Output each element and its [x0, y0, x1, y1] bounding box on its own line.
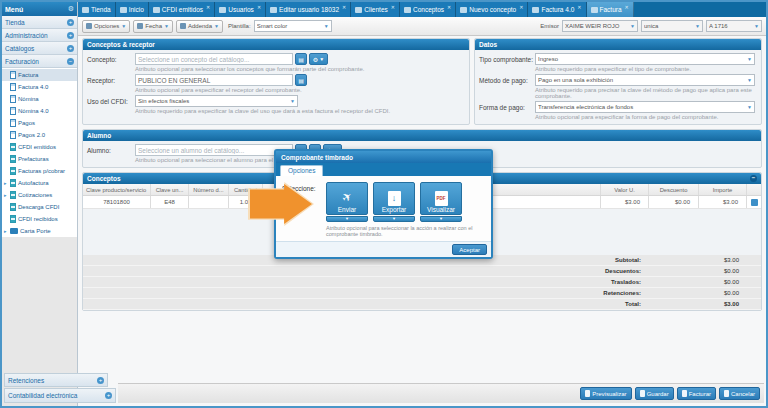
- row-edit-icon[interactable]: [751, 199, 758, 206]
- tab[interactable]: Clientes ✕: [351, 2, 400, 17]
- tab[interactable]: Factura 4.0 ✕: [528, 2, 586, 17]
- button-icon: [640, 390, 645, 397]
- gear-icon[interactable]: ⚙: [68, 5, 74, 13]
- catalog-button[interactable]: ▤: [295, 53, 307, 65]
- emisor-select[interactable]: XAIME WEIR ROJO ▼: [562, 20, 638, 32]
- tab[interactable]: Usuarios ✕: [215, 2, 266, 17]
- metodo-pago-select[interactable]: Pago en una sola exhibición ▼: [535, 74, 755, 86]
- chevron-down-icon: ▼: [747, 56, 752, 62]
- tipo-comprobante-select[interactable]: Ingreso ▼: [535, 53, 755, 65]
- sidebar-section-retenciones[interactable]: Retenciones +: [4, 373, 108, 387]
- close-icon[interactable]: ✕: [206, 2, 210, 10]
- expand-collapse-icon[interactable]: +: [67, 32, 74, 39]
- emisor-select[interactable]: A 1716 ▼: [706, 20, 762, 32]
- document-icon: [10, 167, 16, 175]
- sidebar-item[interactable]: ▸ Facturas p/cobrar: [2, 165, 77, 177]
- receptor-catalog-button[interactable]: ▤: [295, 74, 307, 86]
- chevron-right-icon[interactable]: ▸: [4, 228, 8, 234]
- expand-collapse-icon[interactable]: −: [67, 58, 74, 65]
- total-value: $0.00: [641, 290, 761, 296]
- tab[interactable]: Tienda ✕: [78, 2, 116, 17]
- close-icon[interactable]: ✕: [391, 2, 395, 10]
- sidebar-item[interactable]: ▸ Autofactura: [2, 177, 77, 189]
- sidebar-section[interactable]: Administración +: [2, 29, 77, 42]
- action-dropdown-toggle[interactable]: ▼: [420, 216, 462, 222]
- sidebar-item[interactable]: ▸ Factura: [2, 69, 77, 81]
- expand-collapse-icon[interactable]: +: [97, 377, 104, 384]
- sidebar-item[interactable]: ▸ Descarga CFDI: [2, 201, 77, 213]
- collapse-section-icon[interactable]: −: [750, 175, 757, 182]
- emisor-select[interactable]: unica ▼: [641, 20, 703, 32]
- action-button[interactable]: Visualizar: [420, 182, 462, 215]
- concepto-options-button[interactable]: ⚙▼: [309, 53, 328, 65]
- chevron-down-icon: ▼: [754, 23, 759, 29]
- footer-button[interactable]: Previsualizar: [580, 387, 631, 400]
- concepto-input[interactable]: [135, 53, 293, 65]
- chevron-right-icon[interactable]: ▸: [4, 192, 8, 198]
- tab[interactable]: Editar usuario 18032 ✕: [266, 2, 351, 17]
- cell-valor-unitario: $3.00: [601, 196, 649, 208]
- plantilla-label: Plantilla:: [228, 23, 251, 29]
- uso-cfdi-select[interactable]: Sin efectos fiscales ▼: [135, 95, 298, 107]
- action-button[interactable]: Enviar: [326, 182, 368, 215]
- toolbar-dropdown-button[interactable]: Fecha ▼: [133, 20, 173, 33]
- expand-collapse-icon[interactable]: +: [67, 45, 74, 52]
- sidebar-section[interactable]: Tienda +: [2, 16, 77, 29]
- total-value: $3.00: [641, 257, 761, 263]
- footer-button[interactable]: Guardar: [635, 387, 674, 400]
- tab[interactable]: Factura ✕: [587, 2, 634, 17]
- sidebar-item[interactable]: ▸ Prefacturas: [2, 153, 77, 165]
- close-icon[interactable]: ✕: [625, 2, 629, 10]
- sidebar-section-contabilidad[interactable]: Contabilidad electrónica +: [4, 388, 116, 403]
- close-icon[interactable]: ✕: [342, 2, 346, 10]
- tab[interactable]: Conceptos ✕: [400, 2, 456, 17]
- sidebar-item[interactable]: ▸ Pagos: [2, 117, 77, 129]
- sidebar-section[interactable]: Catálogos +: [2, 42, 77, 55]
- document-icon: [10, 83, 16, 91]
- total-label: Descuentos:: [83, 268, 641, 274]
- sidebar-item[interactable]: ▸ Nómina 4.0: [2, 105, 77, 117]
- app-window: Menú ⚙ Tienda + Administración + Catálog…: [0, 0, 768, 408]
- tab-label: Conceptos: [413, 6, 444, 13]
- footer-button[interactable]: Facturar: [677, 387, 716, 400]
- close-icon[interactable]: ✕: [447, 2, 451, 10]
- close-icon[interactable]: ✕: [519, 2, 523, 10]
- plantilla-select[interactable]: Smart color ▼: [254, 20, 332, 32]
- aceptar-button[interactable]: Aceptar: [452, 244, 487, 255]
- forma-pago-select[interactable]: Transferencia electrónica de fondos ▼: [535, 101, 755, 113]
- sidebar-item[interactable]: ▸ Nómina: [2, 93, 77, 105]
- sidebar-section[interactable]: Facturación −: [2, 55, 77, 68]
- close-icon[interactable]: ✕: [257, 2, 261, 10]
- action-dropdown-toggle[interactable]: ▼: [326, 216, 368, 222]
- sidebar-item[interactable]: ▸ CFDI emitidos: [2, 141, 77, 153]
- sidebar-item[interactable]: ▸ Carta Porte: [2, 225, 77, 237]
- toolbar-dropdown-button[interactable]: Addenda ▼: [176, 20, 223, 33]
- toolbar-button-icon: [137, 23, 143, 29]
- sidebar-item[interactable]: ▸ Cotizaciones: [2, 189, 77, 201]
- metodo-pago-help: Atributo requerido para precisar la clav…: [535, 87, 757, 99]
- toolbar-dropdown-button[interactable]: Opciones ▼: [82, 20, 130, 33]
- receptor-input[interactable]: [135, 74, 293, 86]
- dialog-action: Exportar ▼: [373, 182, 415, 222]
- footer-button[interactable]: Cancelar: [719, 387, 760, 400]
- tab[interactable]: Nuevo concepto ✕: [456, 2, 528, 17]
- tab-label: Usuarios: [228, 6, 254, 13]
- alumno-input[interactable]: [135, 144, 293, 156]
- action-button[interactable]: Exportar: [373, 182, 415, 215]
- sidebar-item[interactable]: ▸ Pagos 2.0: [2, 129, 77, 141]
- document-icon: [10, 143, 16, 151]
- sidebar-item[interactable]: ▸ CFDI recibidos: [2, 213, 77, 225]
- cell-importe: $3.00: [699, 196, 747, 208]
- action-dropdown-toggle[interactable]: ▼: [373, 216, 415, 222]
- tab-icon: [270, 7, 277, 13]
- expand-collapse-icon[interactable]: +: [105, 392, 112, 399]
- expand-collapse-icon[interactable]: +: [67, 19, 74, 26]
- close-icon[interactable]: ✕: [577, 2, 581, 10]
- panel-header: Conceptos & receptor: [83, 39, 469, 50]
- tab[interactable]: CFDI emitidos ✕: [149, 2, 215, 17]
- tab[interactable]: Inicio ✕: [116, 2, 149, 17]
- tab-opciones[interactable]: Opciones: [280, 165, 323, 176]
- sidebar-section-label: Facturación: [5, 58, 39, 65]
- sidebar-item[interactable]: ▸ Factura 4.0: [2, 81, 77, 93]
- chevron-right-icon[interactable]: ▸: [4, 180, 8, 186]
